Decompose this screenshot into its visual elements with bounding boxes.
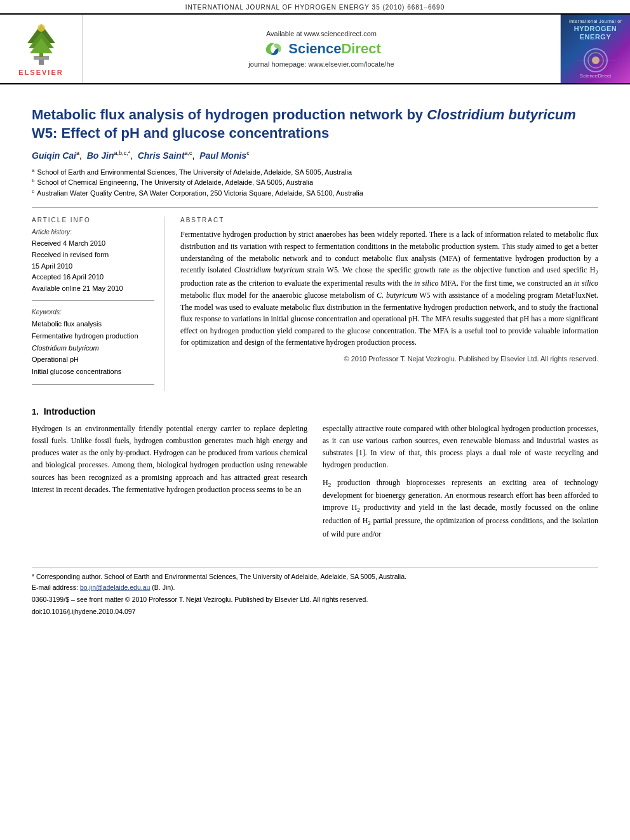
intro-number: 1. (32, 407, 39, 417)
affiliation-a: a School of Earth and Environmental Scie… (32, 167, 598, 178)
cover-publisher: ScienceDirect (580, 73, 611, 79)
elsevier-tree-icon (16, 22, 67, 67)
article-info-col: ARTICLE INFO Article history: Received 4… (32, 217, 165, 390)
main-content: Metabolic flux analysis of hydrogen prod… (0, 84, 630, 561)
article-info-abstract: ARTICLE INFO Article history: Received 4… (32, 217, 598, 390)
divider-history (32, 300, 154, 301)
author-chris: Chris Saint (138, 150, 185, 161)
received-date: Received 4 March 2010 (32, 238, 154, 250)
affiliation-a-text: School of Earth and Environmental Scienc… (37, 167, 352, 178)
keyword-4: Operational pH (32, 354, 154, 366)
cover-decoration (570, 41, 621, 73)
divider-top (32, 207, 598, 208)
intro-para-left: Hydrogen is an environmentally friendly … (32, 423, 307, 496)
elsevier-label: ELSEVIER (18, 69, 63, 76)
abstract-paragraph: Fermentative hydrogen production by stri… (180, 229, 598, 349)
introduction-section: 1. Introduction Hydrogen is an environme… (32, 406, 598, 561)
rights-line: 0360-3199/$ – see front matter © 2010 Pr… (32, 594, 598, 605)
divider-keywords (32, 384, 154, 385)
affiliation-c-text: Australian Water Quality Centre, SA Wate… (37, 188, 363, 199)
abstract-col: ABSTRACT Fermentative hydrogen productio… (180, 217, 598, 390)
intro-right-col: especially attractive route compared wit… (323, 423, 598, 545)
intro-heading: 1. Introduction (32, 406, 598, 417)
keyword-3: Clostridium butyricum (32, 342, 154, 354)
copyright-line: © 2010 Professor T. Nejat Veziroglu. Pub… (180, 354, 598, 364)
sciencedirect-logo: ScienceDirect (262, 40, 381, 58)
doi-line: doi:10.1016/j.ijhydene.2010.04.097 (32, 606, 598, 617)
email-link[interactable]: bo.jin@adelaide.edu.au (80, 583, 151, 591)
intro-para-right-1: especially attractive route compared wit… (323, 423, 598, 472)
elsevier-logo: ELSEVIER (0, 15, 83, 83)
keyword-5: Initial glucose concentrations (32, 366, 154, 378)
hyd-cover-title: International Journal of HYDROGEN ENERGY (569, 19, 622, 41)
journal-header: INTERNATIONAL JOURNAL OF HYDROGEN ENERGY… (0, 0, 630, 15)
svg-point-6 (37, 24, 45, 32)
sciencedirect-text: ScienceDirect (288, 41, 381, 57)
available-at: Available at www.sciencedirect.com (266, 30, 377, 37)
intro-para-right-2: H2 production through bioprocesses repre… (323, 477, 598, 541)
received-revised-label: Received in revised form (32, 250, 154, 261)
accepted-date: Accepted 16 April 2010 (32, 272, 154, 283)
journal-homepage: journal homepage: www.elsevier.com/locat… (248, 60, 394, 68)
author-paul: Paul Monis (199, 150, 246, 161)
affiliation-b: b School of Chemical Engineering, The Un… (32, 177, 598, 188)
email-author: (B. Jin). (152, 583, 175, 591)
keyword-1: Metabolic flux analysis (32, 318, 154, 330)
affiliation-c: c Australian Water Quality Centre, SA Wa… (32, 188, 598, 199)
center-branding: Available at www.sciencedirect.com Scien… (83, 15, 560, 83)
hydrogen-cover: International Journal of HYDROGEN ENERGY… (560, 15, 630, 83)
available-date: Available online 21 May 2010 (32, 283, 154, 295)
footer-notes: * Corresponding author. School of Earth … (32, 567, 598, 617)
affiliations: a School of Earth and Environmental Scie… (32, 167, 598, 199)
intro-left-col: Hydrogen is an environmentally friendly … (32, 423, 307, 545)
history-label: Article history: (32, 229, 154, 236)
intro-title: Introduction (44, 406, 96, 417)
authors-line: Guiqin Caia, Bo Jina,b,c,*, Chris Sainta… (32, 150, 598, 161)
abstract-label: ABSTRACT (180, 217, 598, 223)
author-guiqin: Guiqin Cai (32, 150, 76, 161)
branding-row: ELSEVIER Available at www.sciencedirect.… (0, 15, 630, 84)
abstract-text: Fermentative hydrogen production by stri… (180, 229, 598, 364)
keywords-label: Keywords: (32, 309, 154, 316)
email-label: E-mail address: (32, 583, 78, 591)
sciencedirect-icon (262, 40, 285, 58)
revised-date: 15 April 2010 (32, 261, 154, 272)
author-bojin: Bo Jin (87, 150, 114, 161)
article-info-label: ARTICLE INFO (32, 217, 154, 223)
article-title: Metabolic flux analysis of hydrogen prod… (32, 106, 598, 142)
keyword-2: Fermentative hydrogen production (32, 330, 154, 342)
intro-two-col: Hydrogen is an environmentally friendly … (32, 423, 598, 545)
affiliation-b-text: School of Chemical Engineering, The Univ… (37, 177, 313, 188)
corresponding-author: * Corresponding author. School of Earth … (32, 571, 598, 582)
email-line: E-mail address: bo.jin@adelaide.edu.au (… (32, 582, 598, 593)
